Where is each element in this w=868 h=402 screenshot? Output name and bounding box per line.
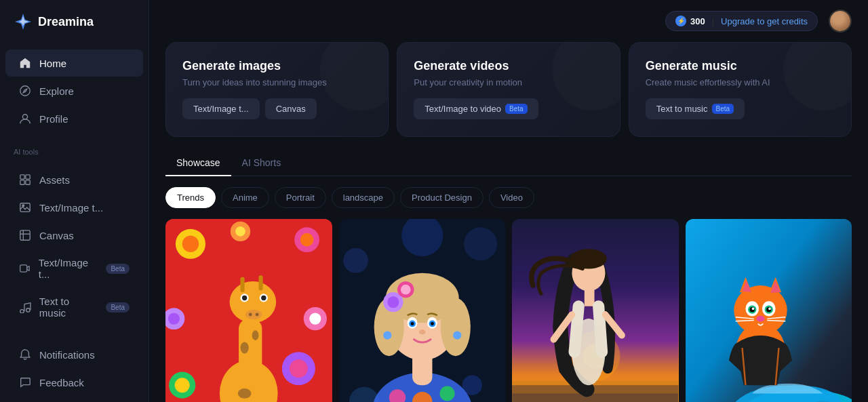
svg-rect-83 <box>512 381 678 393</box>
svg-point-20 <box>300 233 314 247</box>
video-icon <box>19 262 31 275</box>
svg-point-15 <box>26 308 30 312</box>
svg-point-39 <box>261 296 266 300</box>
canvas-icon <box>19 229 31 241</box>
credits-icon: ⚡ <box>675 16 686 26</box>
svg-point-113 <box>756 316 764 322</box>
svg-rect-7 <box>26 180 30 184</box>
tools-nav: Assets Text/Image t... Canvas <box>0 160 149 332</box>
svg-point-24 <box>175 378 190 393</box>
svg-point-69 <box>387 296 399 308</box>
svg-point-18 <box>182 236 199 253</box>
image-card-sunset[interactable] <box>512 219 679 402</box>
credits-pill[interactable]: ⚡ 300 | Upgrade to get credits <box>665 11 818 31</box>
svg-point-9 <box>22 205 24 207</box>
compass-icon <box>19 85 31 97</box>
credits-amount: 300 <box>690 16 705 26</box>
svg-point-44 <box>256 313 259 317</box>
generate-images-card: Generate images Turn your ideas into stu… <box>165 42 389 137</box>
user-icon <box>19 113 31 125</box>
filter-portrait[interactable]: Portrait <box>275 187 326 208</box>
svg-rect-10 <box>20 230 30 240</box>
svg-rect-13 <box>20 265 27 272</box>
filter-anime[interactable]: Anime <box>221 187 269 208</box>
sidebar-item-text-image[interactable]: Text/Image t... <box>5 194 143 221</box>
svg-point-71 <box>400 285 410 295</box>
music-beta-badge: Beta <box>712 104 734 114</box>
sidebar: Dreamina Home Explore Profile AI tool <box>0 0 149 402</box>
image-card-catcar[interactable] <box>686 219 852 402</box>
filter-row: Trends Anime Portrait landscape Product … <box>165 187 852 208</box>
svg-point-112 <box>768 308 771 310</box>
logo[interactable]: Dreamina <box>0 0 149 43</box>
image-card-giraffe[interactable] <box>165 219 332 402</box>
svg-point-52 <box>343 248 368 273</box>
filter-trends[interactable]: Trends <box>165 187 216 208</box>
video-beta-badge: Beta <box>505 104 528 114</box>
filter-video[interactable]: Video <box>489 187 534 208</box>
text-image-tool-button[interactable]: Text/Image t... <box>182 98 260 119</box>
svg-point-43 <box>249 313 252 317</box>
generate-music-title: Generate music <box>646 59 835 73</box>
svg-point-76 <box>410 322 414 325</box>
svg-point-111 <box>751 308 754 310</box>
sidebar-item-home[interactable]: Home <box>5 49 143 77</box>
beta-badge-video: Beta <box>106 264 130 274</box>
giraffe-illustration <box>165 219 332 402</box>
image-card-portrait[interactable]: Gelyn Lakwatsera ♡ 58 ⬆ 750 <box>339 219 506 402</box>
svg-point-90 <box>572 319 605 385</box>
feature-cards: Generate images Turn your ideas into stu… <box>149 42 868 150</box>
svg-point-2 <box>20 86 30 96</box>
svg-point-67 <box>440 298 470 356</box>
image-grid: Gelyn Lakwatsera ♡ 58 ⬆ 750 <box>165 219 852 402</box>
svg-point-50 <box>168 313 180 325</box>
generate-videos-title: Generate videos <box>414 59 603 73</box>
text-image-video-button[interactable]: Text/Image to video Beta <box>414 98 538 119</box>
text-to-music-button[interactable]: Text to music Beta <box>646 98 745 119</box>
portrait-illustration <box>339 219 506 402</box>
svg-point-32 <box>238 388 252 399</box>
sidebar-item-profile[interactable]: Profile <box>5 105 143 132</box>
grid-icon <box>19 174 31 186</box>
canvas-tool-button[interactable]: Canvas <box>265 98 317 119</box>
ai-tools-label: AI tools <box>0 138 149 160</box>
showcase-section: Showcase AI Shorts Trends Anime Portrait… <box>149 150 868 402</box>
svg-point-79 <box>383 331 391 340</box>
music-icon <box>19 301 31 313</box>
user-avatar[interactable] <box>829 9 852 33</box>
svg-point-35 <box>252 330 259 340</box>
svg-point-80 <box>453 331 461 340</box>
sidebar-item-text-image-beta[interactable]: Text/Image t... Beta <box>5 249 143 287</box>
logo-text: Dreamina <box>38 15 94 29</box>
svg-point-53 <box>464 227 497 260</box>
svg-point-14 <box>20 310 24 313</box>
sidebar-item-text-to-music[interactable]: Text to music Beta <box>5 288 143 326</box>
svg-rect-41 <box>258 275 262 290</box>
sidebar-item-feedback[interactable]: Feedback <box>5 369 143 396</box>
svg-point-42 <box>245 310 262 320</box>
tab-showcase[interactable]: Showcase <box>165 150 231 176</box>
generate-images-title: Generate images <box>182 59 372 73</box>
filter-landscape[interactable]: landscape <box>332 187 395 208</box>
sidebar-item-notifications[interactable]: Notifications <box>5 341 143 368</box>
svg-point-100 <box>734 285 787 336</box>
generate-videos-desc: Put your creativity in motion <box>414 77 603 87</box>
tab-ai-shorts[interactable]: AI Shorts <box>231 150 292 176</box>
sunset-illustration <box>512 219 679 402</box>
main-nav: Home Explore Profile <box>0 43 149 138</box>
sidebar-item-canvas[interactable]: Canvas <box>5 222 143 249</box>
image-icon <box>19 201 31 214</box>
svg-point-3 <box>22 115 27 119</box>
sidebar-item-explore[interactable]: Explore <box>5 77 143 104</box>
sidebar-item-assets[interactable]: Assets <box>5 166 143 193</box>
filter-product-design[interactable]: Product Design <box>400 187 484 208</box>
beta-badge-music: Beta <box>106 302 130 313</box>
upgrade-link[interactable]: Upgrade to get credits <box>721 16 808 26</box>
generate-music-desc: Create music effortlessly with AI <box>646 77 835 87</box>
sidebar-bottom: Notifications Feedback <box>0 340 149 402</box>
svg-point-37 <box>242 296 247 300</box>
svg-point-28 <box>309 313 321 325</box>
svg-point-60 <box>439 386 454 401</box>
catcar-illustration <box>686 219 852 402</box>
svg-rect-5 <box>26 175 30 179</box>
